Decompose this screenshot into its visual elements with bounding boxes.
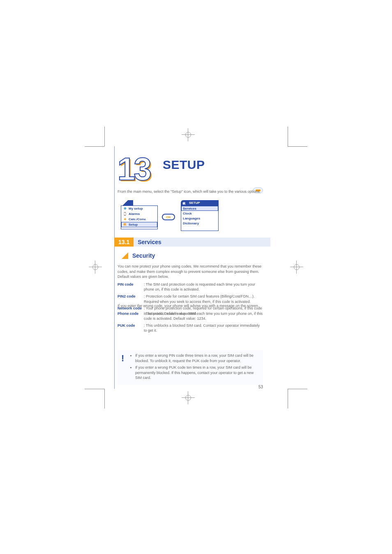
menu-item-languages[interactable]: Languages [181,216,218,221]
crop-mark [104,127,105,146]
chapter-number-outline: 13 [118,150,150,188]
intro-text: From the main menu, select the "Setup" i… [118,189,263,194]
section-heading: 13.1 Services [114,238,270,247]
registration-mark [293,263,301,271]
definition-row: PIN code The SIM card protection code is… [118,282,263,292]
definition-row: Phone code The product code is requested… [118,311,263,321]
subheading-label: Security [132,252,155,259]
note-block: ! If you enter a wrong PIN code three ti… [118,350,263,385]
crop-mark [288,389,307,389]
menu-item-label: Services [183,207,196,210]
def-desc: The product code is requested each time … [144,311,263,321]
crop-mark [288,389,288,409]
menu-item-label: Alarms [129,212,140,216]
note-item: If you enter a wrong PUK code ten times … [135,365,259,381]
menu-item-label: Calc./Conv. [129,217,146,221]
page: 13 13 SETUP From the main menu, select t… [0,0,392,554]
menu-item-calc-conv[interactable]: ✳ Calc./Conv. [121,217,157,222]
menu-item-label: Languages [183,217,200,220]
menu-item-clock[interactable]: Clock [181,211,218,216]
menu-item-label: Setup [129,223,138,226]
phone-menu-main: ✥ My setup ⌚ Alarms ✳ Calc./Conv. 🛠 Setu… [121,205,158,229]
def-desc: The SIM card protection code is requeste… [144,282,263,292]
ok-label: OK [166,215,171,219]
menu-item-label: My setup [129,207,143,210]
registration-mark [91,263,99,271]
menu-item-services[interactable]: Services [181,206,218,211]
def-term: PUK code [118,323,142,333]
menu-item-my-setup[interactable]: ✥ My setup [121,206,157,211]
alarms-icon: ⌚ [123,212,127,216]
chapter-title: SETUP [163,158,205,172]
menu-item-alarms[interactable]: ⌚ Alarms [121,211,157,217]
phone-menu-setup: 🛠 SETUP Services Clock Languages Diction… [181,205,219,231]
body-lead-1: You can now protect your phone using cod… [118,264,263,279]
setup-tab-label: SETUP [189,201,200,205]
setup-icon: 🛠 [123,223,127,226]
exclamation-icon: ! [121,352,124,365]
crop-mark [288,127,288,146]
def-desc: Protection code for certain SIM card fea… [144,294,263,304]
crop-mark [104,389,105,409]
crop-mark [85,146,104,147]
registration-mark [184,131,192,139]
section-title: Services [134,238,270,247]
wrench-icon: 🛠 [182,201,186,207]
body-block-2: If you enter the wrong code, your phone … [118,303,263,335]
def-term: PIN code [118,282,142,292]
def-term: PIN2 code [118,294,142,304]
menu-item-label: Dictionary [183,222,199,225]
section-number: 13.1 [114,238,134,247]
page-number: 53 [258,385,263,389]
body-lead-2: If you enter the wrong code, your phone … [118,303,263,309]
registration-mark [184,394,192,402]
definition-row: PIN2 code Protection code for certain SI… [118,294,263,304]
ok-button[interactable]: OK [162,214,175,220]
menu-item-setup[interactable]: 🛠 Setup [121,222,157,227]
calc-icon: ✳ [123,217,127,221]
content-area: 13 13 SETUP From the main menu, select t… [114,146,270,389]
menu-item-dictionary[interactable]: Dictionary [181,221,218,226]
crop-mark [288,146,307,147]
def-desc: This unblocks a blocked SIM card. Contac… [144,323,263,333]
note-item: If you enter a wrong PIN code three time… [135,353,259,363]
crop-mark [85,389,104,389]
def-term: Phone code [118,311,142,321]
setup-tab: 🛠 SETUP [181,200,219,206]
my-setup-icon: ✥ [123,207,127,210]
subheading-security: Security [122,252,155,259]
triangle-bullet-icon [122,252,128,259]
definition-row: PUK code This unblocks a blocked SIM car… [118,323,263,333]
menu-item-label: Clock [183,212,192,215]
